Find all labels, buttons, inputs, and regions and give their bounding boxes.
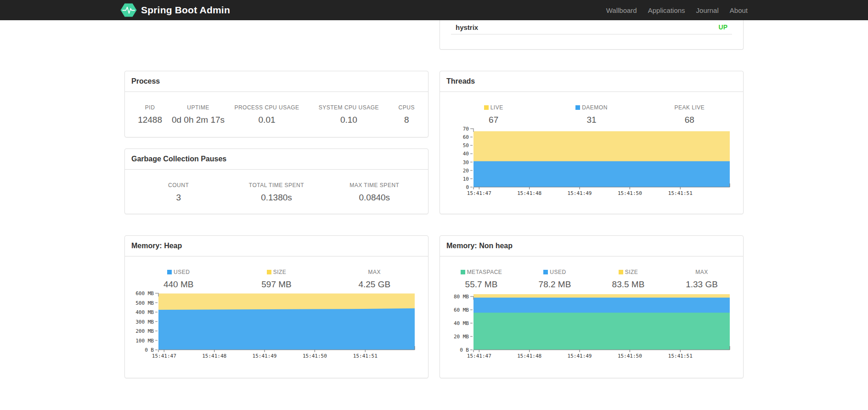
x-tick-label: 15:41:48	[202, 353, 226, 359]
metric-label: COUNT	[130, 182, 227, 188]
metric-label-text: DAEMON	[582, 104, 608, 111]
metric-value: 0.01	[226, 115, 308, 125]
used-legend-swatch-icon	[543, 270, 548, 274]
y-tick-label: 0 B	[145, 347, 154, 353]
panel-memory-heap: Memory: Heap USED440 MBSIZE597 MBMAX4.25…	[124, 235, 428, 378]
metric-total-time-spent: TOTAL TIME SPENT0.1380s	[227, 182, 325, 203]
metric-live: LIVE67	[445, 104, 542, 125]
metric-label: METASPACE	[445, 269, 518, 275]
panel-application-status: hystrix UP	[440, 20, 744, 50]
daemon-legend-swatch-icon	[575, 105, 580, 110]
panel-gc-title: Garbage Collection Pauses	[125, 149, 428, 170]
metric-value: 0d 0h 2m 17s	[170, 115, 226, 125]
metric-label-text: PEAK LIVE	[674, 104, 705, 111]
size-legend-swatch-icon	[267, 270, 271, 274]
metric-value: 3	[130, 193, 227, 203]
metric-label: MAX	[326, 269, 423, 275]
area-metaspace	[473, 313, 730, 350]
panel-nonheap-title: Memory: Non heap	[440, 236, 743, 256]
x-tick-label: 15:41:47	[467, 190, 491, 196]
y-tick-label: 60 MB	[454, 307, 469, 313]
y-tick-label: 600 MB	[135, 290, 154, 296]
navbar-inner: Spring Boot Admin WallboardApplicationsJ…	[120, 0, 748, 20]
nav-links: WallboardApplicationsJournalAbout	[601, 6, 748, 14]
size-legend-swatch-icon	[619, 270, 623, 274]
metric-value: 440 MB	[130, 279, 227, 290]
brand[interactable]: Spring Boot Admin	[120, 3, 230, 17]
metric-value: 68	[641, 115, 738, 125]
y-tick-label: 30	[463, 159, 469, 165]
nav-link-wallboard[interactable]: Wallboard	[601, 6, 643, 14]
nav-link-about[interactable]: About	[724, 6, 748, 14]
y-axis-top-tick	[158, 293, 158, 296]
metric-value: 83.5 MB	[592, 279, 665, 290]
x-tick-label: 15:41:51	[353, 353, 378, 359]
y-tick-label: 0 B	[460, 347, 469, 353]
y-axis-top-tick	[473, 296, 473, 300]
metric-value: 4.25 GB	[326, 279, 423, 290]
metric-label-text: UPTIME	[187, 104, 209, 111]
gc-metrics: COUNT3TOTAL TIME SPENT0.1380sMAX TIME SP…	[125, 170, 428, 203]
metric-label: DAEMON	[542, 104, 640, 111]
metric-label-text: TOTAL TIME SPENT	[249, 182, 304, 188]
x-tick-label: 15:41:49	[568, 353, 592, 359]
application-name-link[interactable]: hystrix	[456, 23, 478, 31]
panel-memory-nonheap: Memory: Non heap METASPACE55.7 MBUSED78.…	[440, 235, 744, 378]
y-tick-label: 20	[463, 168, 469, 174]
metric-label: SIZE	[227, 269, 325, 275]
metric-value: 0.0840s	[326, 193, 423, 203]
dashboard: Process PID12488UPTIME0d 0h 2m 17sPROCES…	[124, 20, 744, 378]
y-tick-label: 70	[463, 126, 469, 132]
nav-link-journal[interactable]: Journal	[691, 6, 724, 14]
metric-value: 8	[390, 115, 423, 125]
metric-value: 55.7 MB	[445, 279, 518, 290]
metric-cpus: CPUS8	[390, 104, 423, 125]
panel-threads: Threads LIVE67DAEMON31PEAK LIVE68 010203…	[440, 71, 744, 214]
metric-size: SIZE83.5 MB	[592, 269, 665, 290]
metric-label: CPUS	[390, 104, 423, 111]
y-tick-label: 0	[466, 184, 469, 190]
nav-item: Journal	[691, 6, 724, 14]
y-tick-label: 60	[463, 134, 469, 140]
metric-value: 31	[542, 115, 640, 125]
metric-label: MAX TIME SPENT	[326, 182, 423, 188]
panel-threads-title: Threads	[440, 71, 743, 92]
metric-pid: PID12488	[130, 104, 170, 125]
metric-label: SYSTEM CPU USAGE	[308, 104, 389, 111]
y-tick-label: 20 MB	[454, 334, 469, 340]
metric-used: USED78.2 MB	[518, 269, 592, 290]
process-metrics: PID12488UPTIME0d 0h 2m 17sPROCESS CPU US…	[125, 92, 428, 125]
y-tick-label: 400 MB	[135, 309, 154, 315]
metric-label: USED	[130, 269, 227, 275]
metric-label-text: MAX	[368, 269, 381, 275]
y-tick-label: 50	[463, 142, 469, 148]
threads-metrics: LIVE67DAEMON31PEAK LIVE68	[440, 92, 743, 125]
x-tick-label: 15:41:48	[517, 190, 541, 196]
x-tick-label: 15:41:50	[618, 353, 642, 359]
left-column: Process PID12488UPTIME0d 0h 2m 17sPROCES…	[124, 20, 428, 378]
panel-garbage-collection: Garbage Collection Pauses COUNT3TOTAL TI…	[124, 148, 428, 214]
right-column: hystrix UP Threads LIVE67DAEMON31PEAK LI…	[440, 20, 744, 378]
application-status-row: hystrix UP	[451, 20, 732, 34]
nonheap-metrics: METASPACE55.7 MBUSED78.2 MBSIZE83.5 MBMA…	[440, 256, 743, 290]
x-tick-label: 15:41:49	[253, 353, 277, 359]
metric-value: 0.1380s	[227, 193, 325, 203]
nav-item: Wallboard	[601, 6, 643, 14]
navbar: Spring Boot Admin WallboardApplicationsJ…	[0, 0, 868, 20]
panel-heap-title: Memory: Heap	[125, 236, 428, 256]
x-tick-label: 15:41:47	[467, 353, 491, 359]
metric-label-text: SIZE	[625, 269, 638, 275]
metric-value: 0.10	[308, 115, 389, 125]
spring-boot-admin-logo-icon	[120, 3, 137, 17]
metric-system-cpu-usage: SYSTEM CPU USAGE0.10	[308, 104, 389, 125]
nav-item: Applications	[643, 6, 691, 14]
metric-label-text: MAX	[695, 269, 708, 275]
metric-label-text: SIZE	[273, 269, 287, 275]
metric-value: 1.33 GB	[665, 279, 738, 290]
heap-metrics: USED440 MBSIZE597 MBMAX4.25 GB	[125, 256, 428, 290]
y-tick-label: 100 MB	[135, 338, 154, 344]
metric-label: UPTIME	[170, 104, 226, 111]
nav-link-applications[interactable]: Applications	[643, 6, 691, 14]
y-tick-label: 40 MB	[454, 320, 469, 326]
metric-label: PEAK LIVE	[641, 104, 738, 111]
